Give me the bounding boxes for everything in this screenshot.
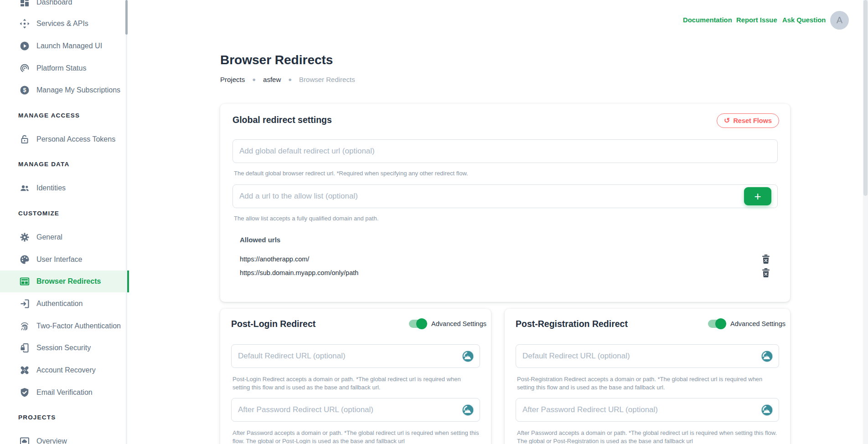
flow-mountain-icon[interactable] bbox=[761, 404, 773, 416]
post-registration-redirect-card: Post-Registration Redirect Advanced Sett… bbox=[505, 309, 790, 444]
sidebar-item-user-interface[interactable]: User Interface bbox=[0, 249, 129, 270]
avatar-initial: A bbox=[837, 15, 842, 26]
sidebar-item-label: Two-Factor Authentication bbox=[36, 322, 121, 330]
post-login-advanced-settings-toggle[interactable]: Advanced Settings bbox=[409, 320, 486, 328]
bandage-icon bbox=[19, 365, 30, 376]
svg-text:$: $ bbox=[23, 87, 26, 93]
sidebar-item-label: Authentication bbox=[36, 300, 83, 308]
play-circle-icon bbox=[19, 41, 30, 51]
allowed-url-text: https://anotherapp.com/ bbox=[240, 255, 309, 263]
page-scrollbar-thumb[interactable] bbox=[863, 0, 868, 196]
sidebar-item-label: Services & APIs bbox=[36, 20, 88, 28]
global-default-redirect-url-input[interactable] bbox=[232, 139, 778, 163]
flow-mountain-icon[interactable] bbox=[462, 404, 474, 416]
allowed-url-row: https://sub.domain.myapp.com/only/path bbox=[240, 266, 770, 280]
history-icon: ↺ bbox=[724, 117, 730, 124]
palette-icon bbox=[19, 254, 30, 265]
post-registration-default-url-field bbox=[516, 344, 779, 368]
sidebar-scrollbar-track[interactable] bbox=[126, 0, 127, 444]
post-registration-after-password-input[interactable] bbox=[516, 398, 779, 422]
sidebar-item-launch-managed-ui[interactable]: Launch Managed UI bbox=[0, 35, 129, 57]
delete-url-button[interactable] bbox=[762, 255, 770, 264]
global-default-help-text: The default global browser redirect url.… bbox=[234, 169, 468, 178]
toggle-knob bbox=[715, 318, 726, 329]
allowed-url-text: https://sub.domain.myapp.com/only/path bbox=[240, 269, 358, 276]
post-login-after-password-input[interactable] bbox=[231, 398, 480, 422]
sidebar-item-general[interactable]: General bbox=[0, 226, 129, 248]
sidebar-section-manage-data: MANAGE DATA bbox=[18, 161, 69, 170]
flow-mountain-icon[interactable] bbox=[462, 350, 474, 362]
sidebar-item-session-security[interactable]: Session Security bbox=[0, 337, 129, 359]
sidebar-item-label: Account Recovery bbox=[36, 366, 96, 374]
overview-image-icon bbox=[19, 436, 30, 444]
post-registration-after-password-field bbox=[516, 398, 779, 422]
post-registration-default-help: Post-Registration Redirect accepts a dom… bbox=[517, 375, 778, 392]
breadcrumb-projects[interactable]: Projects bbox=[220, 76, 245, 83]
reset-flows-label: Reset Flows bbox=[733, 117, 772, 124]
post-registration-default-url-input[interactable] bbox=[516, 344, 779, 368]
sidebar-item-label: Identities bbox=[36, 184, 66, 192]
device-lock-icon bbox=[19, 342, 30, 353]
allow-list-url-input[interactable] bbox=[232, 184, 778, 208]
sidebar-item-label: Personal Access Tokens bbox=[36, 135, 115, 143]
post-registration-advanced-settings-toggle[interactable]: Advanced Settings bbox=[708, 320, 785, 328]
sidebar-item-email-verification[interactable]: Email Verification bbox=[0, 382, 129, 403]
fingerprint-icon bbox=[19, 321, 30, 332]
platform-status-icon bbox=[19, 63, 30, 74]
sidebar-item-account-recovery[interactable]: Account Recovery bbox=[0, 359, 129, 381]
allowed-urls-title: Allowed urls bbox=[240, 236, 280, 244]
sidebar-section-customize: CUSTOMIZE bbox=[18, 210, 59, 219]
sidebar-item-authentication[interactable]: Authentication bbox=[0, 293, 129, 315]
sidebar-section-manage-access: MANAGE ACCESS bbox=[18, 112, 80, 121]
sidebar-section-projects: PROJECTS bbox=[18, 414, 56, 423]
sidebar-item-dashboard[interactable]: Dashboard bbox=[0, 0, 129, 13]
post-login-title: Post-Login Redirect bbox=[231, 319, 315, 329]
sidebar-item-two-factor-authentication[interactable]: Two-Factor Authentication bbox=[0, 315, 129, 337]
breadcrumb: Projects ● asfew ● Browser Redirects bbox=[220, 76, 355, 83]
breadcrumb-separator: ● bbox=[288, 76, 292, 83]
sidebar-item-manage-my-subscriptions[interactable]: $ Manage My Subscriptions bbox=[0, 79, 129, 101]
sidebar-item-label: Platform Status bbox=[36, 64, 86, 72]
sidebar-item-label: User Interface bbox=[36, 255, 82, 264]
post-login-after-password-field bbox=[231, 398, 480, 422]
reset-flows-button[interactable]: ↺ Reset Flows bbox=[717, 113, 779, 128]
sidebar-item-services-apis[interactable]: Services & APIs bbox=[0, 13, 129, 35]
sidebar-item-browser-redirects[interactable]: Browser Redirects bbox=[0, 270, 129, 292]
browser-window-icon bbox=[19, 276, 30, 287]
flow-mountain-icon[interactable] bbox=[761, 350, 773, 362]
sidebar-item-label: Session Security bbox=[36, 344, 91, 352]
sidebar-item-label: Manage My Subscriptions bbox=[36, 86, 120, 94]
sidebar-item-personal-access-tokens[interactable]: Personal Access Tokens bbox=[0, 128, 129, 150]
avatar[interactable]: A bbox=[830, 11, 849, 30]
toggle-switch[interactable] bbox=[409, 320, 426, 328]
post-login-default-url-field bbox=[231, 344, 480, 368]
sidebar-item-label: Email Verification bbox=[36, 388, 93, 397]
toggle-switch[interactable] bbox=[708, 320, 725, 328]
breadcrumb-current: Browser Redirects bbox=[299, 76, 355, 83]
breadcrumb-project-name[interactable]: asfew bbox=[263, 76, 281, 83]
toggle-knob bbox=[416, 318, 427, 329]
post-login-redirect-card: Post-Login Redirect Advanced Settings Po… bbox=[220, 309, 491, 444]
sidebar-item-overview[interactable]: Overview bbox=[0, 430, 129, 444]
add-allow-url-button[interactable]: + bbox=[744, 187, 771, 205]
shield-check-icon bbox=[19, 387, 30, 398]
sidebar-item-label: Browser Redirects bbox=[36, 277, 101, 286]
toggle-label: Advanced Settings bbox=[730, 320, 785, 327]
delete-url-button[interactable] bbox=[762, 268, 770, 277]
breadcrumb-separator: ● bbox=[252, 76, 256, 83]
lock-open-icon bbox=[19, 134, 30, 145]
ask-question-link[interactable]: Ask Question bbox=[782, 16, 826, 24]
post-registration-title: Post-Registration Redirect bbox=[516, 319, 628, 329]
sidebar-item-identities[interactable]: Identities bbox=[0, 177, 129, 199]
report-issue-link[interactable]: Report Issue bbox=[736, 16, 777, 24]
sidebar-scrollbar-thumb[interactable] bbox=[125, 0, 128, 35]
post-login-default-url-input[interactable] bbox=[231, 344, 480, 368]
sidebar-item-label: Dashboard bbox=[36, 0, 72, 6]
global-redirect-settings-card: Global redirect settings ↺ Reset Flows T… bbox=[220, 104, 790, 302]
sidebar-item-platform-status[interactable]: Platform Status bbox=[0, 57, 129, 79]
dollar-circle-icon: $ bbox=[19, 85, 30, 96]
dashboard-icon bbox=[19, 0, 30, 8]
global-card-title: Global redirect settings bbox=[232, 115, 332, 125]
documentation-link[interactable]: Documentation bbox=[683, 16, 732, 24]
gear-icon bbox=[19, 232, 30, 243]
